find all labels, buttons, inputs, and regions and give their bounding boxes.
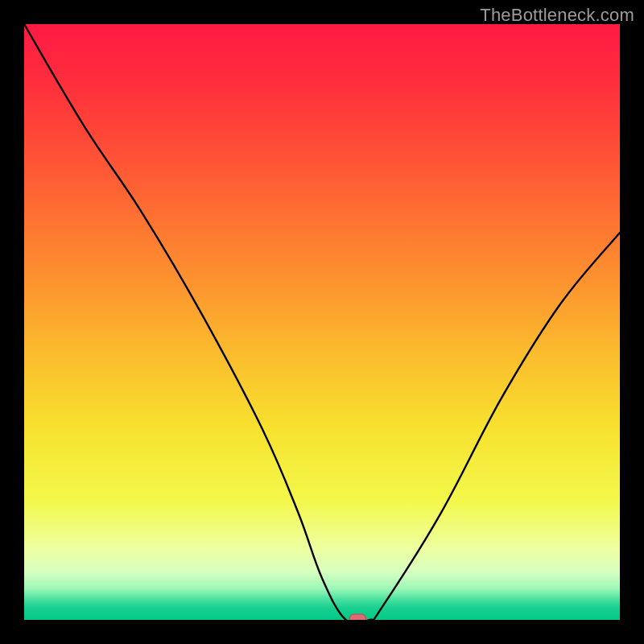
watermark-text: TheBottleneck.com	[480, 5, 634, 26]
minimum-marker	[349, 614, 365, 620]
gradient-background	[24, 24, 620, 620]
chart-frame: TheBottleneck.com	[0, 0, 644, 644]
plot-area	[24, 24, 620, 620]
chart-svg	[24, 24, 620, 620]
